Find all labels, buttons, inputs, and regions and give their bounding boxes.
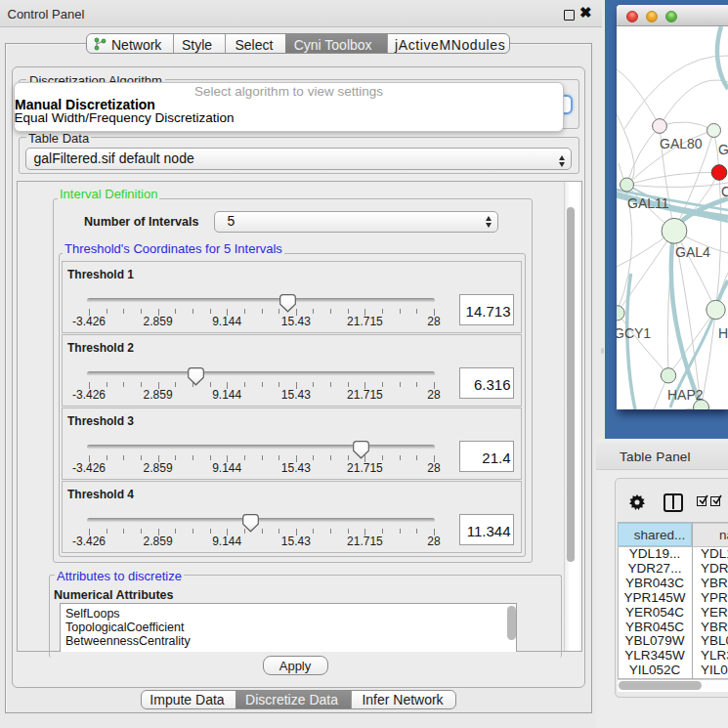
svg-text:GAL11: GAL11 [627, 195, 669, 211]
svg-text:GA: GA [718, 142, 728, 157]
svg-text:H: H [718, 325, 728, 341]
svg-text:C: C [721, 184, 728, 199]
svg-text:GAL80: GAL80 [660, 136, 703, 151]
svg-text:GCY1: GCY1 [617, 325, 651, 341]
svg-text:GAL4: GAL4 [675, 244, 710, 260]
svg-text:HAP2: HAP2 [667, 387, 704, 403]
